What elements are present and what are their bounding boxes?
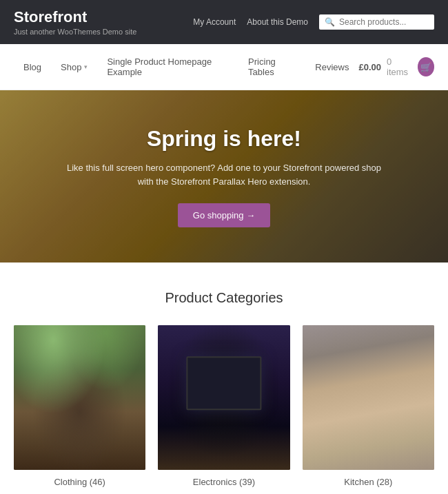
categories-section: Product Categories Clothing (46) Electro… — [0, 263, 448, 494]
cart-area[interactable]: £0.00 0 items 🛒 — [358, 56, 434, 77]
nav-shop[interactable]: Shop ▾ — [51, 50, 97, 85]
nav-reviews[interactable]: Reviews — [305, 50, 358, 85]
nav-blog[interactable]: Blog — [14, 50, 51, 85]
search-icon: 🔍 — [325, 17, 335, 27]
cart-total: £0.00 — [358, 62, 381, 72]
category-electronics[interactable]: Electronics (39) — [158, 325, 289, 487]
categories-section-title: Product Categories — [14, 290, 434, 306]
go-shopping-button[interactable]: Go shopping → — [178, 203, 270, 227]
hero-section: Spring is here! Like this full screen he… — [0, 90, 448, 263]
hero-subtitle: Like this full screen hero component? Ad… — [65, 161, 383, 190]
site-tagline: Just another WooThemes Demo site — [14, 28, 136, 36]
category-electronics-label[interactable]: Electronics (39) — [158, 477, 289, 487]
about-demo-link[interactable]: About this Demo — [247, 17, 308, 27]
site-branding: Storefront Just another WooThemes Demo s… — [14, 8, 136, 36]
site-nav: Blog Shop ▾ Single Product Homepage Exam… — [0, 44, 448, 90]
category-clothing[interactable]: Clothing (46) — [14, 325, 145, 487]
category-clothing-label[interactable]: Clothing (46) — [14, 477, 145, 487]
search-input[interactable] — [339, 17, 429, 27]
nav-single-product[interactable]: Single Product Homepage Example — [97, 44, 238, 90]
site-header: Storefront Just another WooThemes Demo s… — [0, 0, 448, 44]
categories-grid: Clothing (46) Electronics (39) Kitchen (… — [14, 325, 434, 487]
category-electronics-image — [158, 325, 289, 470]
hero-content: Spring is here! Like this full screen he… — [52, 126, 396, 228]
search-form: 🔍 — [319, 14, 434, 30]
site-title: Storefront — [14, 8, 136, 26]
nav-links: Blog Shop ▾ Single Product Homepage Exam… — [14, 44, 358, 90]
cart-icon[interactable]: 🛒 — [418, 57, 434, 76]
my-account-link[interactable]: My Account — [193, 17, 236, 27]
category-clothing-image — [14, 325, 145, 470]
chevron-down-icon: ▾ — [84, 63, 88, 70]
category-kitchen-label[interactable]: Kitchen (28) — [303, 477, 434, 487]
header-nav: My Account About this Demo 🔍 — [193, 14, 434, 30]
category-kitchen-image — [303, 325, 434, 470]
cart-items-count: 0 items — [387, 56, 412, 77]
nav-pricing-tables[interactable]: Pricing Tables — [238, 44, 305, 90]
hero-title: Spring is here! — [65, 126, 383, 152]
category-kitchen[interactable]: Kitchen (28) — [303, 325, 434, 487]
